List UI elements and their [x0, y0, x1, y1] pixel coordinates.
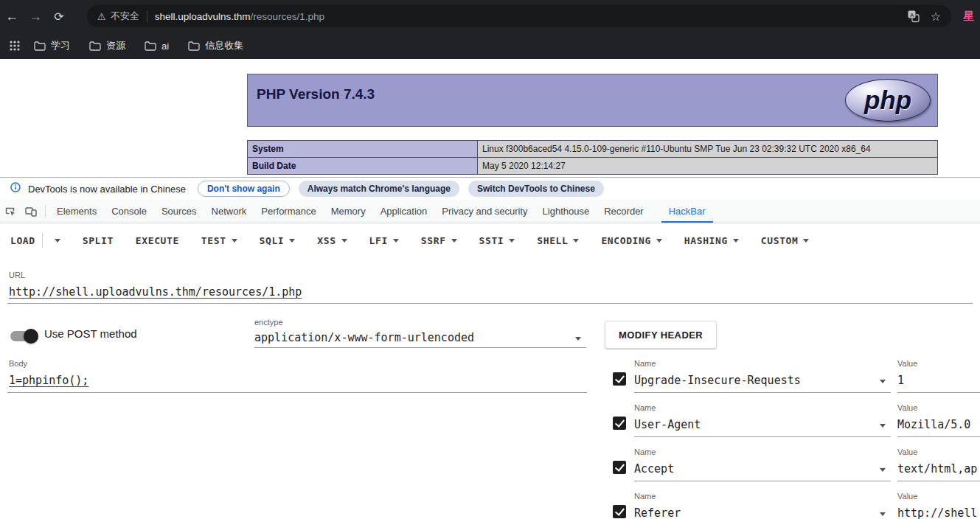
use-post-toggle[interactable]: [10, 331, 35, 341]
reload-button[interactable]: ⟳: [47, 10, 71, 24]
hackbar-panel: LOAD SPLIT EXECUTE TEST SQLI XSS LFI SSR…: [0, 223, 980, 519]
tab-memory[interactable]: Memory: [324, 200, 373, 223]
info-value: May 5 2020 12:14:27: [478, 158, 938, 175]
tab-network[interactable]: Network: [204, 200, 254, 223]
header-value-input[interactable]: 1: [897, 374, 904, 387]
devtools-panel: DevTools is now available in Chinese Don…: [0, 177, 980, 519]
header-name-select[interactable]: User-Agent: [634, 418, 701, 431]
info-icon: [10, 182, 21, 195]
url-input[interactable]: http://shell.uploadvulns.thm/resources/1…: [9, 285, 302, 299]
tab-lighthouse[interactable]: Lighthouse: [535, 200, 597, 223]
value-field-label: Value: [897, 492, 917, 501]
chevron-down-icon: [451, 239, 457, 243]
value-field-label: Value: [897, 447, 917, 456]
tab-application[interactable]: Application: [373, 200, 435, 223]
header-value-input[interactable]: Mozilla/5.0: [897, 418, 970, 431]
header-enabled-checkbox[interactable]: [613, 417, 626, 430]
forward-button[interactable]: →: [24, 9, 47, 24]
php-version-title: PHP Version 7.4.3: [248, 74, 937, 102]
phpinfo-container: PHP Version 7.4.3 php System Linux f300b…: [247, 74, 938, 175]
enctype-field-label: enctype: [254, 318, 283, 327]
tab-elements[interactable]: Elements: [49, 200, 104, 223]
menu-load[interactable]: LOAD: [10, 233, 60, 248]
menu-ssti[interactable]: SSTI: [479, 235, 515, 246]
bookmark-folder-2[interactable]: ai: [145, 41, 169, 52]
inspect-element-icon[interactable]: [0, 200, 21, 223]
header-enabled-checkbox[interactable]: [613, 505, 626, 518]
url-path: /resources/1.php: [250, 11, 324, 22]
menu-xss[interactable]: XSS: [317, 235, 347, 246]
bookmark-folder-3[interactable]: 信息收集: [188, 39, 243, 52]
tab-sources[interactable]: Sources: [154, 200, 204, 223]
phpinfo-table: System Linux f300b6aced54 4.15.0-109-gen…: [247, 140, 938, 175]
menu-shell[interactable]: SHELL: [537, 235, 579, 246]
folder-icon: [188, 41, 200, 51]
menu-load-divider: [42, 233, 43, 248]
bookmark-folder-1[interactable]: 资源: [89, 39, 125, 52]
menu-lfi[interactable]: LFI: [369, 235, 399, 246]
url-field-label: URL: [9, 271, 25, 279]
enctype-select[interactable]: application/x-www-form-urlencoded: [254, 331, 474, 344]
page-content: PHP Version 7.4.3 php System Linux f300b…: [0, 59, 980, 177]
menu-test[interactable]: TEST: [201, 235, 237, 246]
toggle-thumb: [24, 329, 38, 344]
header-row: Name Referer Value http://shell: [0, 492, 980, 519]
header-name-select[interactable]: Upgrade-Insecure-Requests: [634, 374, 801, 387]
menu-ssrf[interactable]: SSRF: [421, 235, 457, 246]
bookmark-star-icon[interactable]: ☆: [931, 10, 941, 24]
tab-privacy-security[interactable]: Privacy and security: [434, 200, 535, 223]
header-enabled-checkbox[interactable]: [613, 461, 626, 474]
menu-sqli[interactable]: SQLI: [260, 235, 296, 246]
infobar-message: DevTools is now available in Chinese: [28, 184, 186, 195]
tab-hackbar[interactable]: HackBar: [661, 200, 713, 223]
menu-hashing[interactable]: HASHING: [684, 235, 739, 246]
chevron-down-icon: [803, 239, 809, 243]
browser-toolbar: ← → ⟳ ⚠ 不安全 shell.uploadvulns.thm/resour…: [0, 0, 980, 32]
header-row: Name Upgrade-Insecure-Requests Value 1: [0, 359, 980, 403]
chevron-down-icon: [289, 239, 295, 243]
url-field-underline: [7, 303, 973, 304]
name-field-label: Name: [634, 492, 656, 501]
header-value-input[interactable]: http://shell: [897, 506, 977, 519]
bookmark-folder-0[interactable]: 学习: [34, 39, 70, 52]
menu-custom[interactable]: CUSTOM: [761, 235, 810, 246]
name-field-underline: [634, 392, 891, 393]
back-button[interactable]: ←: [0, 9, 24, 24]
page-url[interactable]: shell.uploadvulns.thm/resources/1.php: [155, 11, 324, 22]
php-logo: php: [845, 79, 931, 122]
header-value-input[interactable]: text/html,ap: [897, 462, 977, 476]
tab-recorder[interactable]: Recorder: [597, 200, 650, 223]
chevron-down-icon[interactable]: [880, 468, 886, 472]
hackbar-menu: LOAD SPLIT EXECUTE TEST SQLI XSS LFI SSR…: [0, 223, 831, 257]
value-field-label: Value: [897, 359, 917, 368]
menu-execute[interactable]: EXECUTE: [136, 235, 179, 246]
extension-icon[interactable]: 星: [963, 10, 974, 24]
apps-grid-icon[interactable]: [9, 40, 21, 52]
info-label: Build Date: [248, 158, 478, 175]
header-name-select[interactable]: Referer: [634, 506, 681, 519]
chevron-down-icon[interactable]: [55, 239, 60, 243]
chevron-down-icon[interactable]: [880, 380, 886, 383]
modify-header-button[interactable]: MODIFY HEADER: [605, 321, 717, 349]
chevron-down-icon[interactable]: [575, 337, 581, 341]
bookmark-label: ai: [161, 41, 169, 52]
tab-console[interactable]: Console: [104, 200, 154, 223]
menu-split[interactable]: SPLIT: [83, 235, 114, 246]
device-toolbar-icon[interactable]: [21, 200, 41, 223]
translate-icon[interactable]: A: [907, 10, 920, 23]
chevron-down-icon[interactable]: [880, 424, 886, 428]
switch-chinese-button[interactable]: Switch DevTools to Chinese: [468, 181, 604, 197]
header-enabled-checkbox[interactable]: [613, 372, 626, 386]
header-name-select[interactable]: Accept: [634, 462, 674, 476]
match-language-button[interactable]: Always match Chrome's language: [299, 181, 459, 197]
chevron-down-icon[interactable]: [880, 512, 886, 516]
tab-performance[interactable]: Performance: [254, 200, 323, 223]
url-host: shell.uploadvulns.thm: [155, 11, 251, 22]
address-bar[interactable]: ⚠ 不安全 shell.uploadvulns.thm/resources/1.…: [87, 5, 951, 27]
dont-show-again-button[interactable]: Don't show again: [198, 181, 290, 197]
folder-icon: [89, 41, 101, 51]
table-row: Build Date May 5 2020 12:14:27: [248, 158, 938, 175]
menu-encoding[interactable]: ENCODING: [601, 235, 661, 246]
header-row: Name Accept Value text/html,ap: [0, 447, 980, 492]
chevron-down-icon: [573, 239, 579, 243]
